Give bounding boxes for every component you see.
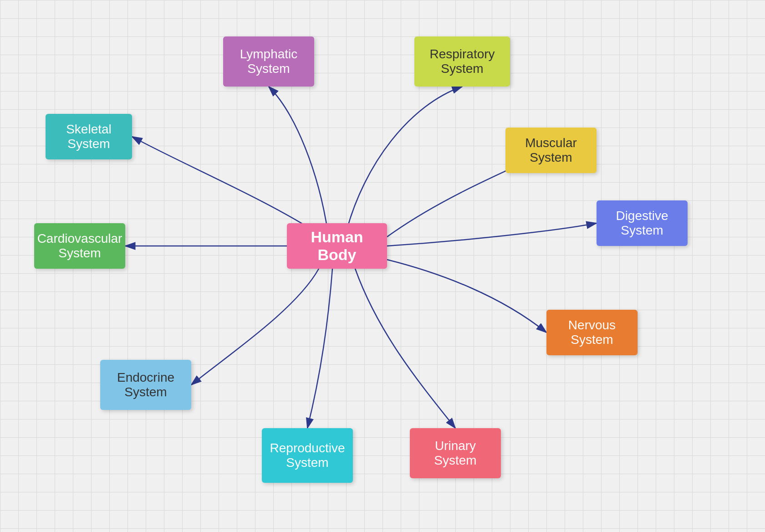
reproductive-node: ReproductiveSystem <box>262 428 353 483</box>
lymphatic-label: LymphaticSystem <box>240 47 298 76</box>
endocrine-label: EndocrineSystem <box>117 370 174 399</box>
urinary-label: UrinarySystem <box>434 439 476 468</box>
reproductive-label: ReproductiveSystem <box>270 441 345 470</box>
endocrine-node: EndocrineSystem <box>100 360 191 410</box>
urinary-node: UrinarySystem <box>410 428 501 478</box>
center-node: Human Body <box>287 223 387 269</box>
respiratory-node: RespiratorySystem <box>414 36 510 87</box>
cardiovascular-node: CardiovascularSystem <box>34 223 125 269</box>
skeletal-label: SkeletalSystem <box>66 122 112 151</box>
nervous-label: NervousSystem <box>568 318 616 347</box>
cardiovascular-label: CardiovascularSystem <box>37 231 122 261</box>
muscular-label: MuscularSystem <box>525 136 577 165</box>
nervous-node: NervousSystem <box>546 310 638 355</box>
digestive-label: DigestiveSystem <box>616 209 668 238</box>
muscular-node: MuscularSystem <box>505 128 597 173</box>
digestive-node: DigestiveSystem <box>597 200 688 246</box>
skeletal-node: SkeletalSystem <box>46 114 132 159</box>
lymphatic-node: LymphaticSystem <box>223 36 314 87</box>
respiratory-label: RespiratorySystem <box>429 47 495 76</box>
